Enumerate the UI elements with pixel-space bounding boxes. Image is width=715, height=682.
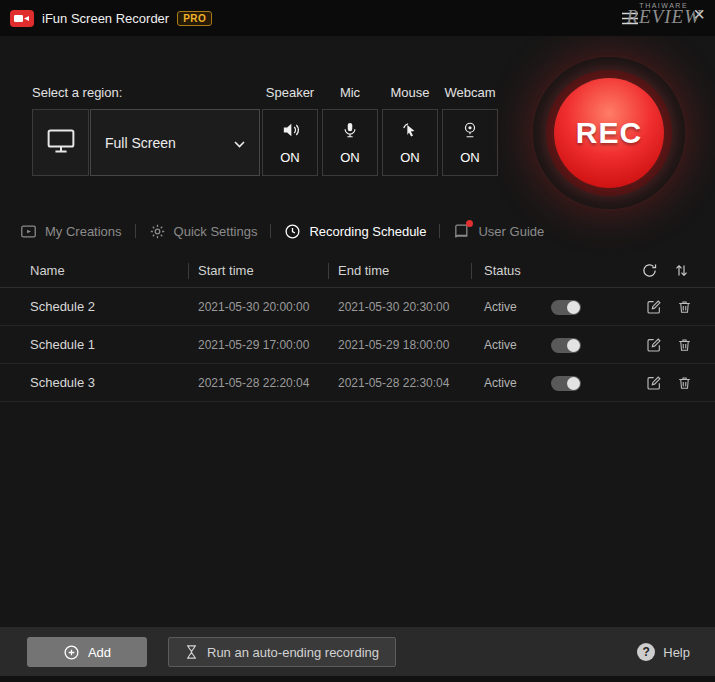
schedule-end-time: 2021-05-28 22:30:04 bbox=[338, 376, 449, 390]
refresh-icon[interactable] bbox=[641, 262, 658, 279]
edit-icon[interactable] bbox=[646, 375, 662, 391]
bottom-strip bbox=[0, 676, 715, 682]
status-toggle[interactable] bbox=[551, 300, 581, 315]
help-button[interactable]: ? Help bbox=[637, 643, 690, 661]
schedule-table-header: Name Start time End time Status bbox=[0, 255, 715, 288]
schedule-end-time: 2021-05-29 18:00:00 bbox=[338, 338, 449, 352]
pro-badge: PRO bbox=[177, 11, 212, 26]
add-button[interactable]: Add bbox=[27, 637, 147, 667]
table-row: Schedule 1 2021-05-29 17:00:00 2021-05-2… bbox=[0, 326, 715, 364]
speaker-state: ON bbox=[280, 150, 300, 165]
column-divider bbox=[471, 263, 472, 279]
schedule-status: Active bbox=[484, 338, 517, 352]
mouse-cursor-icon bbox=[401, 121, 420, 144]
mic-column-label: Mic bbox=[322, 85, 378, 100]
schedule-status: Active bbox=[484, 376, 517, 390]
speaker-toggle-button[interactable]: ON bbox=[262, 109, 318, 176]
schedule-start-time: 2021-05-28 22:20:04 bbox=[198, 376, 309, 390]
webcam-icon bbox=[461, 120, 479, 144]
chevron-down-icon bbox=[234, 135, 245, 151]
tab-divider bbox=[135, 224, 136, 238]
schedule-table-body: Schedule 2 2021-05-30 20:00:00 2021-05-3… bbox=[0, 288, 715, 402]
help-icon: ? bbox=[637, 643, 655, 661]
hourglass-icon bbox=[185, 644, 198, 660]
my-creations-icon bbox=[20, 223, 37, 240]
column-header-end-time: End time bbox=[338, 263, 389, 278]
tab-divider bbox=[270, 224, 271, 238]
tab-bar: My Creations Quick Settings Recording Sc… bbox=[20, 219, 544, 243]
schedule-name: Schedule 2 bbox=[30, 299, 95, 314]
close-icon[interactable]: × bbox=[693, 4, 705, 24]
tab-divider bbox=[439, 224, 440, 238]
app-window: iFun Screen Recorder PRO THAIWARE REVIEW… bbox=[0, 0, 715, 682]
schedule-status: Active bbox=[484, 300, 517, 314]
rec-label: REC bbox=[576, 116, 642, 150]
mouse-state: ON bbox=[400, 150, 420, 165]
user-guide-book-icon bbox=[453, 223, 470, 240]
schedule-name: Schedule 3 bbox=[30, 375, 95, 390]
tab-recording-schedule[interactable]: Recording Schedule bbox=[284, 223, 426, 240]
app-title: iFun Screen Recorder bbox=[42, 11, 169, 26]
toggle-knob bbox=[567, 339, 580, 352]
trash-icon[interactable] bbox=[677, 337, 692, 353]
edit-icon[interactable] bbox=[646, 337, 662, 353]
trash-icon[interactable] bbox=[677, 375, 692, 391]
run-auto-ending-button[interactable]: Run an auto-ending recording bbox=[168, 637, 396, 667]
rec-button-inner: REC bbox=[554, 78, 664, 188]
column-header-start-time: Start time bbox=[198, 263, 254, 278]
sort-icon[interactable] bbox=[674, 262, 689, 279]
monitor-icon bbox=[46, 128, 76, 158]
notification-dot bbox=[466, 220, 473, 227]
mic-toggle-button[interactable]: ON bbox=[322, 109, 378, 176]
region-label: Select a region: bbox=[32, 85, 122, 100]
menu-icon[interactable] bbox=[621, 12, 639, 25]
tab-label: My Creations bbox=[45, 224, 122, 239]
display-button[interactable] bbox=[32, 109, 89, 176]
region-dropdown[interactable]: Full Screen bbox=[90, 109, 260, 176]
edit-icon[interactable] bbox=[646, 299, 662, 315]
table-row: Schedule 3 2021-05-28 22:20:04 2021-05-2… bbox=[0, 364, 715, 402]
titlebar: iFun Screen Recorder PRO THAIWARE REVIEW… bbox=[0, 0, 715, 36]
toggle-knob bbox=[567, 301, 580, 314]
mouse-column-label: Mouse bbox=[382, 85, 438, 100]
schedule-name: Schedule 1 bbox=[30, 337, 95, 352]
mic-state: ON bbox=[340, 150, 360, 165]
webcam-toggle-button[interactable]: ON bbox=[442, 109, 498, 176]
run-button-label: Run an auto-ending recording bbox=[207, 645, 379, 660]
table-row: Schedule 2 2021-05-30 20:00:00 2021-05-3… bbox=[0, 288, 715, 326]
help-label: Help bbox=[663, 645, 690, 660]
webcam-state: ON bbox=[460, 150, 480, 165]
tab-my-creations[interactable]: My Creations bbox=[20, 223, 122, 240]
plus-circle-icon bbox=[63, 644, 80, 661]
tab-label: User Guide bbox=[478, 224, 544, 239]
app-logo-icon bbox=[10, 10, 34, 27]
tab-user-guide[interactable]: User Guide bbox=[453, 223, 544, 240]
rec-button[interactable]: REC bbox=[533, 57, 685, 209]
speaker-column-label: Speaker bbox=[262, 85, 318, 100]
region-dropdown-value: Full Screen bbox=[105, 135, 176, 151]
toggle-knob bbox=[567, 377, 580, 390]
mouse-toggle-button[interactable]: ON bbox=[382, 109, 438, 176]
column-divider bbox=[328, 263, 329, 279]
watermark-line1: THAIWARE bbox=[626, 2, 701, 9]
add-button-label: Add bbox=[88, 645, 111, 660]
column-header-status: Status bbox=[484, 263, 521, 278]
column-header-name: Name bbox=[30, 263, 65, 278]
mic-icon bbox=[341, 120, 359, 144]
column-divider bbox=[188, 263, 189, 279]
trash-icon[interactable] bbox=[677, 299, 692, 315]
tab-label: Recording Schedule bbox=[309, 224, 426, 239]
status-toggle[interactable] bbox=[551, 376, 581, 391]
tab-quick-settings[interactable]: Quick Settings bbox=[149, 223, 258, 240]
schedule-start-time: 2021-05-30 20:00:00 bbox=[198, 300, 309, 314]
speaker-icon bbox=[280, 120, 301, 144]
schedule-start-time: 2021-05-29 17:00:00 bbox=[198, 338, 309, 352]
webcam-column-label: Webcam bbox=[442, 85, 498, 100]
footer-bar: Add Run an auto-ending recording ? Help bbox=[0, 627, 715, 676]
gear-icon bbox=[149, 223, 166, 240]
status-toggle[interactable] bbox=[551, 338, 581, 353]
schedule-end-time: 2021-05-30 20:30:00 bbox=[338, 300, 449, 314]
tab-label: Quick Settings bbox=[174, 224, 258, 239]
schedule-clock-icon bbox=[284, 223, 301, 240]
